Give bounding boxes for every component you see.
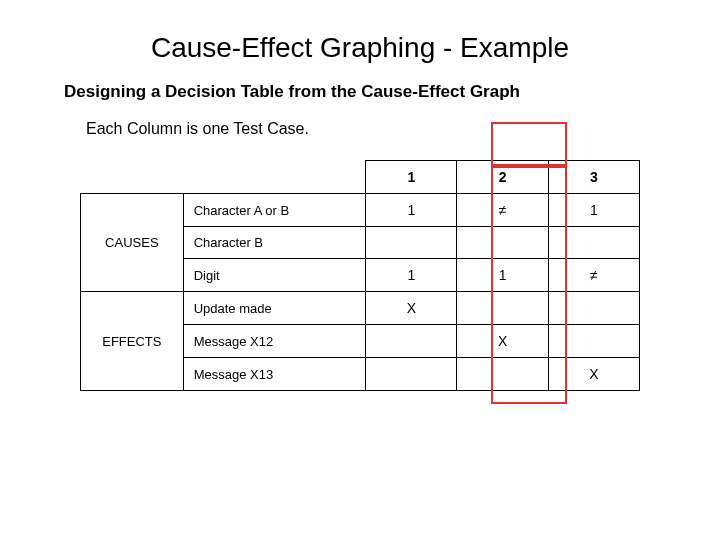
row-label: Character B (183, 227, 366, 259)
table-header-row: 1 2 3 (81, 161, 640, 194)
section-effects: EFFECTS (81, 292, 184, 391)
row-label: Message X12 (183, 325, 366, 358)
cell (548, 227, 639, 259)
decision-table: 1 2 3 CAUSES Character A or B 1 ≠ 1 Char… (80, 160, 640, 391)
cell (548, 292, 639, 325)
cell: X (366, 292, 457, 325)
blank-corner (81, 161, 184, 194)
cell (366, 325, 457, 358)
section-causes: CAUSES (81, 194, 184, 292)
cell: 1 (548, 194, 639, 227)
decision-table-wrap: 1 2 3 CAUSES Character A or B 1 ≠ 1 Char… (80, 160, 680, 391)
cell (457, 292, 548, 325)
slide-caption: Each Column is one Test Case. (86, 120, 680, 138)
cell: ≠ (457, 194, 548, 227)
cell: 1 (366, 259, 457, 292)
cell: X (548, 358, 639, 391)
blank-corner (183, 161, 366, 194)
slide-title: Cause-Effect Graphing - Example (40, 32, 680, 64)
row-label: Message X13 (183, 358, 366, 391)
cell: X (457, 325, 548, 358)
table-row: CAUSES Character A or B 1 ≠ 1 (81, 194, 640, 227)
row-label: Character A or B (183, 194, 366, 227)
col-header-2: 2 (457, 161, 548, 194)
cell: 1 (457, 259, 548, 292)
cell: 1 (366, 194, 457, 227)
slide: Cause-Effect Graphing - Example Designin… (0, 0, 720, 401)
table-row: EFFECTS Update made X (81, 292, 640, 325)
col-header-1: 1 (366, 161, 457, 194)
col-header-3: 3 (548, 161, 639, 194)
cell (366, 358, 457, 391)
slide-subtitle: Designing a Decision Table from the Caus… (64, 82, 680, 102)
cell (366, 227, 457, 259)
row-label: Update made (183, 292, 366, 325)
cell: ≠ (548, 259, 639, 292)
cell (548, 325, 639, 358)
row-label: Digit (183, 259, 366, 292)
cell (457, 227, 548, 259)
cell (457, 358, 548, 391)
